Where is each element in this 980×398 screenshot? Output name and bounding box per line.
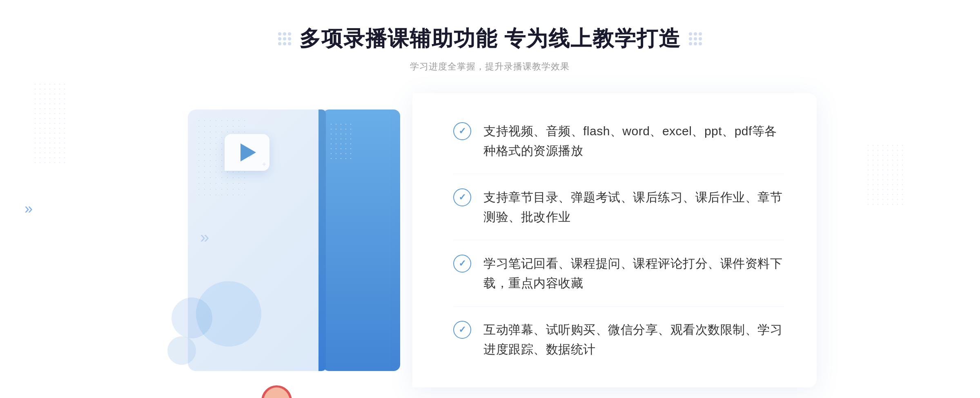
bg-dots-left	[33, 82, 65, 163]
checkmark-2: ✓	[459, 193, 466, 202]
checkmark-3: ✓	[459, 259, 466, 268]
features-panel: ✓ 支持视频、音频、flash、word、excel、ppt、pdf等各种格式的…	[412, 93, 817, 387]
feature-2-check-icon: ✓	[453, 188, 471, 206]
divider-1	[453, 174, 784, 174]
check-circle-2: ✓	[453, 188, 471, 206]
oval-decoration	[167, 336, 196, 365]
page-subtitle: 学习进度全掌握，提升录播课教学效果	[278, 60, 702, 73]
check-circle-4: ✓	[453, 321, 471, 339]
main-content: » ✦ ✦	[163, 93, 817, 387]
illustration-panel: » ✦ ✦	[163, 93, 416, 387]
chevron-left-decoration: »	[24, 200, 33, 217]
feature-3-check-icon: ✓	[453, 255, 471, 273]
header-section: 多项录播课辅助功能 专为线上教学打造 学习进度全掌握，提升录播课教学效果	[278, 25, 702, 73]
feature-4-text: 互动弹幕、试听购买、微信分享、观看次数限制、学习进度跟踪、数据统计	[483, 320, 784, 359]
check-circle-1: ✓	[453, 122, 471, 140]
feature-item-4: ✓ 互动弹幕、试听购买、微信分享、观看次数限制、学习进度跟踪、数据统计	[453, 316, 784, 363]
checkmark-4: ✓	[459, 325, 466, 334]
feature-1-check-icon: ✓	[453, 122, 471, 140]
page-container: » 多项录播课辅助功能 专为线上教学打造 学习进度全掌握，提升录播课教学效果	[0, 0, 980, 398]
feature-item-2: ✓ 支持章节目录、弹题考试、课后练习、课后作业、章节测验、批改作业	[453, 183, 784, 231]
feature-3-text: 学习笔记回看、课程提问、课程评论打分、课件资料下载，重点内容收藏	[483, 254, 784, 293]
feature-4-check-icon: ✓	[453, 321, 471, 339]
divider-2	[453, 240, 784, 240]
person-figure	[204, 142, 335, 387]
divider-3	[453, 306, 784, 307]
feature-item-1: ✓ 支持视频、音频、flash、word、excel、ppt、pdf等各种格式的…	[453, 117, 784, 165]
header-decorators: 多项录播课辅助功能 专为线上教学打造	[278, 25, 702, 53]
dot-grid-right	[689, 32, 702, 45]
dot-grid-left	[278, 32, 291, 45]
feature-1-text: 支持视频、音频、flash、word、excel、ppt、pdf等各种格式的资源…	[483, 121, 784, 161]
checkmark-1: ✓	[459, 127, 466, 136]
feature-item-3: ✓ 学习笔记回看、课程提问、课程评论打分、课件资料下载，重点内容收藏	[453, 250, 784, 297]
page-title: 多项录播课辅助功能 专为线上教学打造	[299, 25, 681, 53]
person-arm-right	[273, 395, 317, 398]
check-circle-3: ✓	[453, 255, 471, 273]
feature-2-text: 支持章节目录、弹题考试、课后练习、课后作业、章节测验、批改作业	[483, 188, 784, 227]
bg-dots-right	[866, 143, 906, 208]
